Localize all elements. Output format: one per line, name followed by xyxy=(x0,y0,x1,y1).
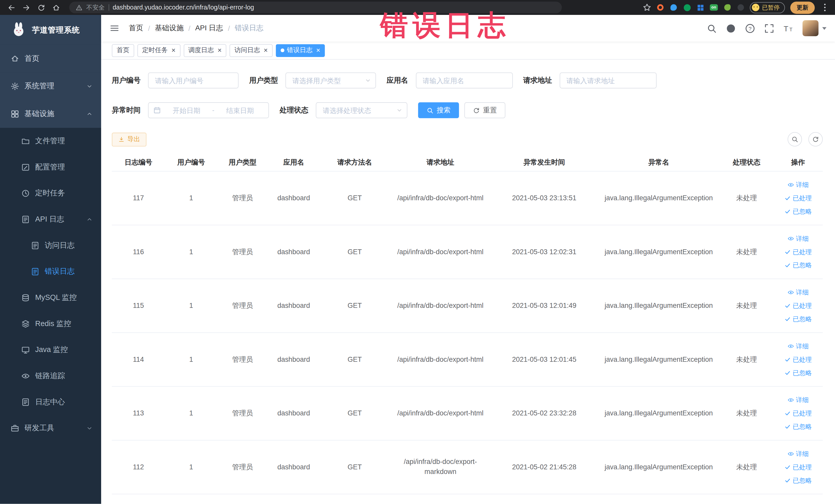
sidebar-item[interactable]: 系统管理 xyxy=(0,73,101,100)
browser-home-button[interactable] xyxy=(49,1,63,14)
row-action-detail[interactable]: 详细 xyxy=(787,233,809,245)
row-action-label: 详细 xyxy=(796,233,809,245)
user-type-select[interactable] xyxy=(285,73,376,88)
sidebar-item[interactable]: Redis 监控 xyxy=(0,310,101,337)
sidebar-item[interactable]: 日志中心 xyxy=(0,389,101,415)
breadcrumb-separator: / xyxy=(188,24,190,32)
end-date-input[interactable] xyxy=(217,106,264,114)
view-tab[interactable]: 调度日志× xyxy=(184,44,226,57)
close-icon[interactable]: × xyxy=(218,47,222,54)
row-action-ignored[interactable]: 已忽略 xyxy=(784,366,812,379)
row-action-detail[interactable]: 详细 xyxy=(787,286,809,299)
sidebar-item-label: Redis 监控 xyxy=(35,319,71,328)
row-action-ignored[interactable]: 已忽略 xyxy=(784,420,812,433)
breadcrumb-separator: / xyxy=(228,24,230,32)
sidebar-toggle-icon[interactable] xyxy=(109,23,119,33)
sidebar-item[interactable]: 错误日志 xyxy=(0,258,101,284)
sidebar-item[interactable]: 定时任务 xyxy=(0,180,101,206)
github-icon[interactable] xyxy=(726,23,736,33)
app-name-input[interactable] xyxy=(415,73,513,88)
row-action-ignored[interactable]: 已忽略 xyxy=(784,205,812,218)
sidebar-item[interactable]: MySQL 监控 xyxy=(0,284,101,311)
table-cell: dashboard xyxy=(268,355,320,365)
row-action-processed[interactable]: 已处理 xyxy=(784,245,812,258)
reset-button[interactable]: 重置 xyxy=(464,102,505,118)
app-logo[interactable]: 芋道管理系统 xyxy=(0,15,101,45)
row-action-ignored[interactable]: 已忽略 xyxy=(784,474,812,487)
sidebar-item[interactable]: 首页 xyxy=(0,45,101,73)
chevron-down-icon xyxy=(365,77,371,84)
row-action-detail[interactable]: 详细 xyxy=(787,178,809,191)
close-icon[interactable]: × xyxy=(264,47,268,54)
row-action-processed[interactable]: 已处理 xyxy=(784,192,812,205)
date-range-picker[interactable]: - xyxy=(148,102,269,118)
browser-forward-button[interactable] xyxy=(19,1,33,14)
breadcrumb-item[interactable]: 基础设施 xyxy=(155,23,184,33)
close-icon[interactable]: × xyxy=(171,47,176,54)
toggle-search-button[interactable] xyxy=(788,132,802,147)
table-cell: 1 xyxy=(165,355,217,365)
breadcrumb-item[interactable]: 首页 xyxy=(129,23,143,33)
table-cell: 1 xyxy=(165,462,217,472)
sidebar-item[interactable]: 配置管理 xyxy=(0,154,101,180)
bookmark-star-icon[interactable] xyxy=(643,3,651,12)
extension-icon[interactable] xyxy=(670,3,678,11)
row-action-detail[interactable]: 详细 xyxy=(787,340,809,353)
user-id-input[interactable] xyxy=(148,73,239,88)
browser-update-button[interactable]: 更新 xyxy=(790,1,815,14)
breadcrumb-item[interactable]: API 日志 xyxy=(195,23,223,33)
extension-icon[interactable] xyxy=(683,3,691,11)
browser-reload-button[interactable] xyxy=(34,1,48,14)
row-action-ignored[interactable]: 已忽略 xyxy=(784,259,812,271)
extension-icon[interactable] xyxy=(696,3,704,11)
row-action-processed[interactable]: 已处理 xyxy=(784,407,812,420)
browser-menu-button[interactable] xyxy=(820,3,830,12)
view-tab[interactable]: 定时任务× xyxy=(137,44,180,57)
avatar[interactable] xyxy=(802,20,818,36)
extension-icon[interactable] xyxy=(736,3,745,11)
browser-back-button[interactable] xyxy=(4,1,18,14)
request-url-input[interactable] xyxy=(559,73,656,88)
sidebar-item[interactable]: 研发工具 xyxy=(0,415,101,441)
view-tab[interactable]: 访问日志× xyxy=(230,44,272,57)
extension-icon[interactable]: on xyxy=(710,3,718,11)
divider xyxy=(108,4,109,11)
start-date-input[interactable] xyxy=(163,106,210,114)
close-icon[interactable]: × xyxy=(316,47,320,54)
paused-extension-badge[interactable]: 已暂停 xyxy=(750,2,785,13)
process-status-select[interactable] xyxy=(316,102,407,118)
help-icon[interactable]: ? xyxy=(745,23,755,33)
chevron-down-icon xyxy=(86,83,93,89)
refresh-table-button[interactable] xyxy=(808,132,823,147)
extension-icon[interactable] xyxy=(723,3,731,11)
sidebar-item[interactable]: 链路追踪 xyxy=(0,363,101,389)
view-tab[interactable]: 首页 xyxy=(112,44,134,57)
search-icon[interactable] xyxy=(707,23,717,33)
sidebar-item[interactable]: 访问日志 xyxy=(0,233,101,259)
row-action-detail[interactable]: 详细 xyxy=(787,394,809,406)
export-button[interactable]: 导出 xyxy=(112,133,147,146)
table-cell: dashboard xyxy=(268,462,320,472)
row-action-ignored[interactable]: 已忽略 xyxy=(784,313,812,326)
sidebar-item[interactable]: 基础设施 xyxy=(0,100,101,128)
fullscreen-icon[interactable] xyxy=(764,23,774,33)
sidebar-item-label: Java 监控 xyxy=(35,345,68,354)
row-action-label: 已忽略 xyxy=(793,474,812,487)
table-cell: 2021-05-03 12:01:49 xyxy=(491,301,597,311)
search-button[interactable]: 搜索 xyxy=(418,102,459,118)
row-action-detail[interactable]: 详细 xyxy=(787,447,809,460)
check-icon xyxy=(784,208,791,215)
font-size-icon[interactable]: TT xyxy=(783,23,793,33)
sidebar-item[interactable]: Java 监控 xyxy=(0,337,101,363)
sidebar-item[interactable]: 文件管理 xyxy=(0,128,101,154)
extension-icon[interactable] xyxy=(657,3,665,11)
row-action-processed[interactable]: 已处理 xyxy=(784,299,812,312)
view-tab[interactable]: 错误日志× xyxy=(276,44,325,57)
edit-icon xyxy=(21,163,30,171)
sidebar-item[interactable]: API 日志 xyxy=(0,206,101,233)
row-action-processed[interactable]: 已处理 xyxy=(784,461,812,474)
table-cell: 112 xyxy=(112,462,165,472)
monitor-icon xyxy=(21,345,30,354)
row-action-processed[interactable]: 已处理 xyxy=(784,353,812,366)
user-menu[interactable] xyxy=(802,20,826,36)
